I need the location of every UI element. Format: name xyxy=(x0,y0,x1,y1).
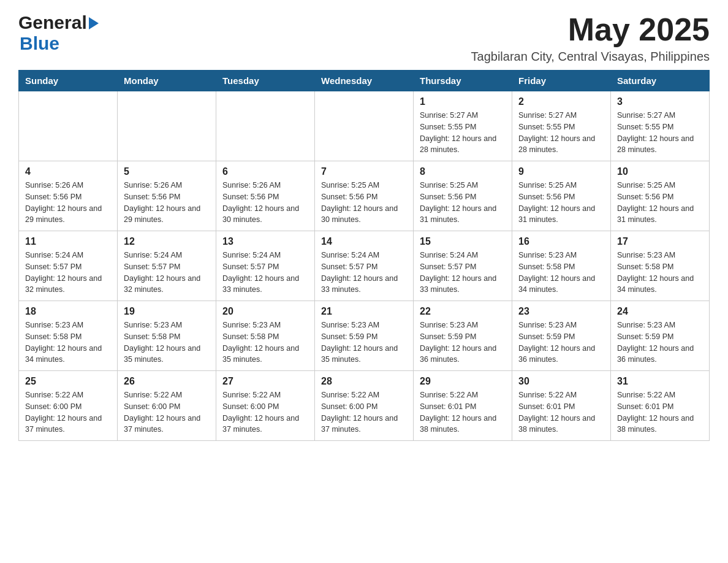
calendar-cell: 31Sunrise: 5:22 AM Sunset: 6:01 PM Dayli… xyxy=(611,371,710,441)
day-number: 9 xyxy=(518,166,604,177)
calendar-cell: 10Sunrise: 5:25 AM Sunset: 5:56 PM Dayli… xyxy=(611,161,710,231)
day-number: 28 xyxy=(321,376,407,387)
day-info: Sunrise: 5:23 AM Sunset: 5:58 PM Dayligh… xyxy=(25,320,111,366)
calendar-header-thursday: Thursday xyxy=(414,71,512,91)
day-info: Sunrise: 5:22 AM Sunset: 6:00 PM Dayligh… xyxy=(222,389,308,435)
day-number: 31 xyxy=(617,376,703,387)
day-info: Sunrise: 5:22 AM Sunset: 6:00 PM Dayligh… xyxy=(321,389,407,435)
logo-arrow-icon xyxy=(89,17,99,29)
calendar-table: SundayMondayTuesdayWednesdayThursdayFrid… xyxy=(18,70,710,441)
calendar-cell: 25Sunrise: 5:22 AM Sunset: 6:00 PM Dayli… xyxy=(19,371,118,441)
day-info: Sunrise: 5:24 AM Sunset: 5:57 PM Dayligh… xyxy=(321,250,407,296)
day-info: Sunrise: 5:23 AM Sunset: 5:58 PM Dayligh… xyxy=(617,250,703,296)
day-number: 25 xyxy=(25,376,111,387)
day-number: 10 xyxy=(617,166,703,177)
logo: General Blue xyxy=(18,12,99,54)
day-number: 5 xyxy=(124,166,210,177)
day-number: 8 xyxy=(420,166,506,177)
calendar-cell: 1Sunrise: 5:27 AM Sunset: 5:55 PM Daylig… xyxy=(414,91,512,161)
calendar-cell: 11Sunrise: 5:24 AM Sunset: 5:57 PM Dayli… xyxy=(19,231,118,301)
calendar-cell: 27Sunrise: 5:22 AM Sunset: 6:00 PM Dayli… xyxy=(216,371,315,441)
calendar-cell: 6Sunrise: 5:26 AM Sunset: 5:56 PM Daylig… xyxy=(216,161,315,231)
calendar-cell: 19Sunrise: 5:23 AM Sunset: 5:58 PM Dayli… xyxy=(118,301,216,371)
calendar-cell: 20Sunrise: 5:23 AM Sunset: 5:58 PM Dayli… xyxy=(216,301,315,371)
day-number: 11 xyxy=(25,236,111,247)
day-number: 15 xyxy=(420,236,506,247)
day-info: Sunrise: 5:22 AM Sunset: 6:00 PM Dayligh… xyxy=(124,389,210,435)
calendar-cell xyxy=(315,91,414,161)
calendar-cell: 9Sunrise: 5:25 AM Sunset: 5:56 PM Daylig… xyxy=(512,161,611,231)
day-number: 20 xyxy=(222,306,308,317)
day-number: 2 xyxy=(518,96,604,107)
day-number: 21 xyxy=(321,306,407,317)
calendar-header-row: SundayMondayTuesdayWednesdayThursdayFrid… xyxy=(19,71,710,91)
calendar-header-friday: Friday xyxy=(512,71,611,91)
calendar-cell: 3Sunrise: 5:27 AM Sunset: 5:55 PM Daylig… xyxy=(611,91,710,161)
day-info: Sunrise: 5:25 AM Sunset: 5:56 PM Dayligh… xyxy=(321,180,407,226)
day-number: 17 xyxy=(617,236,703,247)
day-info: Sunrise: 5:23 AM Sunset: 5:58 PM Dayligh… xyxy=(518,250,604,296)
day-number: 27 xyxy=(222,376,308,387)
calendar-cell: 13Sunrise: 5:24 AM Sunset: 5:57 PM Dayli… xyxy=(216,231,315,301)
logo-blue-text: Blue xyxy=(20,33,59,54)
calendar-cell: 17Sunrise: 5:23 AM Sunset: 5:58 PM Dayli… xyxy=(611,231,710,301)
calendar-week-row: 25Sunrise: 5:22 AM Sunset: 6:00 PM Dayli… xyxy=(19,371,710,441)
day-number: 26 xyxy=(124,376,210,387)
month-title: May 2025 xyxy=(471,12,710,47)
day-info: Sunrise: 5:23 AM Sunset: 5:58 PM Dayligh… xyxy=(124,320,210,366)
calendar-cell: 2Sunrise: 5:27 AM Sunset: 5:55 PM Daylig… xyxy=(512,91,611,161)
day-info: Sunrise: 5:23 AM Sunset: 5:59 PM Dayligh… xyxy=(617,320,703,366)
calendar-cell xyxy=(118,91,216,161)
day-number: 7 xyxy=(321,166,407,177)
day-info: Sunrise: 5:25 AM Sunset: 5:56 PM Dayligh… xyxy=(518,180,604,226)
calendar-cell: 14Sunrise: 5:24 AM Sunset: 5:57 PM Dayli… xyxy=(315,231,414,301)
calendar-cell: 26Sunrise: 5:22 AM Sunset: 6:00 PM Dayli… xyxy=(118,371,216,441)
calendar-cell: 16Sunrise: 5:23 AM Sunset: 5:58 PM Dayli… xyxy=(512,231,611,301)
day-number: 4 xyxy=(25,166,111,177)
page-header: General Blue May 2025 Tagbilaran City, C… xyxy=(18,12,710,64)
day-info: Sunrise: 5:27 AM Sunset: 5:55 PM Dayligh… xyxy=(420,110,506,156)
calendar-cell: 21Sunrise: 5:23 AM Sunset: 5:59 PM Dayli… xyxy=(315,301,414,371)
day-number: 24 xyxy=(617,306,703,317)
calendar-cell: 30Sunrise: 5:22 AM Sunset: 6:01 PM Dayli… xyxy=(512,371,611,441)
day-info: Sunrise: 5:24 AM Sunset: 5:57 PM Dayligh… xyxy=(124,250,210,296)
day-info: Sunrise: 5:22 AM Sunset: 6:01 PM Dayligh… xyxy=(617,389,703,435)
calendar-cell: 28Sunrise: 5:22 AM Sunset: 6:00 PM Dayli… xyxy=(315,371,414,441)
logo-general-text: General xyxy=(18,12,87,33)
calendar-cell xyxy=(216,91,315,161)
calendar-header-tuesday: Tuesday xyxy=(216,71,315,91)
day-info: Sunrise: 5:25 AM Sunset: 5:56 PM Dayligh… xyxy=(617,180,703,226)
calendar-header-sunday: Sunday xyxy=(19,71,118,91)
day-info: Sunrise: 5:22 AM Sunset: 6:00 PM Dayligh… xyxy=(25,389,111,435)
calendar-header-wednesday: Wednesday xyxy=(315,71,414,91)
calendar-cell: 24Sunrise: 5:23 AM Sunset: 5:59 PM Dayli… xyxy=(611,301,710,371)
day-number: 12 xyxy=(124,236,210,247)
day-info: Sunrise: 5:23 AM Sunset: 5:58 PM Dayligh… xyxy=(222,320,308,366)
calendar-cell: 23Sunrise: 5:23 AM Sunset: 5:59 PM Dayli… xyxy=(512,301,611,371)
day-number: 29 xyxy=(420,376,506,387)
day-info: Sunrise: 5:26 AM Sunset: 5:56 PM Dayligh… xyxy=(222,180,308,226)
calendar-cell: 5Sunrise: 5:26 AM Sunset: 5:56 PM Daylig… xyxy=(118,161,216,231)
day-number: 1 xyxy=(420,96,506,107)
day-info: Sunrise: 5:22 AM Sunset: 6:01 PM Dayligh… xyxy=(420,389,506,435)
day-number: 18 xyxy=(25,306,111,317)
day-info: Sunrise: 5:27 AM Sunset: 5:55 PM Dayligh… xyxy=(617,110,703,156)
day-info: Sunrise: 5:23 AM Sunset: 5:59 PM Dayligh… xyxy=(420,320,506,366)
day-number: 13 xyxy=(222,236,308,247)
calendar-week-row: 4Sunrise: 5:26 AM Sunset: 5:56 PM Daylig… xyxy=(19,161,710,231)
day-number: 16 xyxy=(518,236,604,247)
calendar-header-monday: Monday xyxy=(118,71,216,91)
day-number: 22 xyxy=(420,306,506,317)
calendar-cell xyxy=(19,91,118,161)
calendar-cell: 22Sunrise: 5:23 AM Sunset: 5:59 PM Dayli… xyxy=(414,301,512,371)
day-number: 19 xyxy=(124,306,210,317)
location-subtitle: Tagbilaran City, Central Visayas, Philip… xyxy=(471,50,710,64)
calendar-cell: 8Sunrise: 5:25 AM Sunset: 5:56 PM Daylig… xyxy=(414,161,512,231)
day-info: Sunrise: 5:24 AM Sunset: 5:57 PM Dayligh… xyxy=(222,250,308,296)
day-info: Sunrise: 5:27 AM Sunset: 5:55 PM Dayligh… xyxy=(518,110,604,156)
day-info: Sunrise: 5:24 AM Sunset: 5:57 PM Dayligh… xyxy=(25,250,111,296)
day-number: 6 xyxy=(222,166,308,177)
day-number: 23 xyxy=(518,306,604,317)
day-number: 3 xyxy=(617,96,703,107)
day-info: Sunrise: 5:23 AM Sunset: 5:59 PM Dayligh… xyxy=(518,320,604,366)
